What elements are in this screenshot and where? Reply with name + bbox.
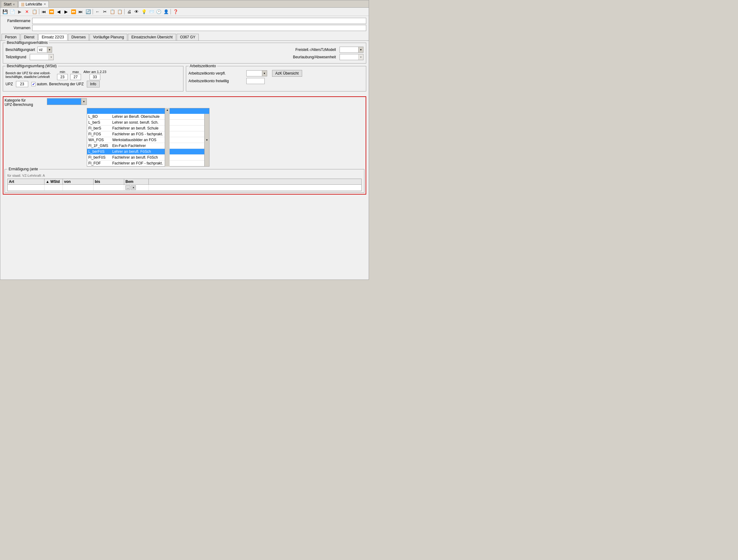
min-group: min 23 [57,70,68,80]
art-arrow[interactable]: ▼ [47,47,52,52]
azk-verpfl-row: Arbeitszeitkonto verpfl. ▼ AzK Übersicht [189,70,364,77]
tab-lehrkraefte[interactable]: ||| Lehrkräfte ✕ [18,1,48,7]
freistell-select[interactable]: ▼ [340,47,363,53]
btn-prev[interactable]: ◀ [55,8,62,15]
kategorie-label-row: Kategorie fürUPZ-Berechnung ▼ [5,98,364,107]
info-button[interactable]: Info [87,81,100,87]
nav-tab-o367[interactable]: O367 GY [177,34,199,40]
btn-next[interactable]: ▶ [63,8,69,15]
btn-last[interactable]: ⏭ [77,8,84,15]
art-col-header: Art [8,179,44,185]
btn-time[interactable]: 🕐 [155,8,162,15]
list-item-fl-fof[interactable]: Fl_FOF Fachlehrer an FOF - fachprakt. ▼ [87,161,209,166]
btn-mail[interactable]: 📨 [148,8,154,15]
btn-next-next[interactable]: ⏩ [70,8,77,15]
upz-value-box[interactable]: 23 [16,81,28,87]
nav-tabs: Person Dienst Einsatz 22/23 Diverses Vor… [0,34,369,41]
label-fl-berfoes: Fachlehrer an berufl. FöSch [112,155,158,160]
list-item-l-bo[interactable]: L_BO Lehrer an Berufl. Oberschule [87,114,209,120]
tab-lehrkraefte-close[interactable]: ✕ [44,2,46,6]
nav-tab-einsatzschulen[interactable]: Einsatzschulen Übersicht [128,34,176,40]
art-row: Beschäftigungsart vz ▼ Freistell.-/Alter… [6,47,363,53]
btn-refresh[interactable]: 🔄 [85,8,91,15]
btn-cut[interactable]: ✂ [101,8,108,15]
freistell-arrow[interactable]: ▼ [358,47,363,52]
list-item-l-berfoes[interactable]: L_berFöS Lehrer an berufl. FöSch [87,149,209,155]
label-wa-fos: Werkstattausbilder an FOS [112,138,156,142]
azk-title: Arbeitszeitkonto [189,64,217,68]
btn-help[interactable]: ❓ [172,8,179,15]
list-item-l-bers[interactable]: L_berS Lehrer an sonst. berufl. Sch. [87,120,209,125]
autom-checkbox-ctrl[interactable]: ✔ autom. Berechnung der UPZ [31,82,84,86]
btn-back[interactable]: ← [94,8,101,15]
btn-forward[interactable]: ▶ [16,8,23,15]
sep-1 [39,9,39,14]
tab-start-close[interactable]: ✕ [13,3,15,6]
btn-clipboard[interactable]: 📋 [31,8,38,15]
code-fl-fof: Fl_FOF [88,161,110,166]
code-l-bo: L_BO [88,114,110,119]
scroll-up-arrow[interactable]: ▲ [165,108,169,112]
list-item-fl-fos[interactable]: Fl_FOS Fachlehrer an FOS - fachprakt. [87,131,209,137]
azk-freiwillig-input[interactable] [246,78,265,84]
btn-new[interactable]: 📄 [9,8,16,15]
btn-preview[interactable]: 👁 [133,8,140,15]
teilzeit-row: Teilzeitgrund ▼ Beurlaubung/Abwesenheit … [6,54,363,60]
list-item-fl-berfoes[interactable]: Fl_berFöS Fachlehrer an berufl. FöSch [87,155,209,161]
azk-btn-label: AzK Übersicht [276,71,299,75]
btn-save[interactable]: 💾 [2,8,8,15]
art-label: Beschäftigungsart [6,48,35,52]
list-item-wa-fos[interactable]: WA_FOS Werkstattausbilder an FOS [87,137,209,143]
ermaessigung-section: Ermäßigung (ante für staatl. VZ-Lehrkraf… [5,169,364,193]
beurlaubung-select[interactable]: ▼ [340,54,363,60]
azk-freiwillig-row: Arbeitszeitkonto freiwillig [189,78,364,84]
nav-tab-diverses[interactable]: Diverses [68,34,89,40]
beurlaubung-label: Beurlaubung/Abwesenheit [293,55,336,59]
nav-tab-dienst[interactable]: Dienst [21,34,38,40]
code-l-bers: L_berS [88,120,110,124]
wstd-col-header: ▲ WStd [44,179,63,185]
teilzeitgrund-arrow[interactable]: ▼ [48,54,53,60]
btn-first[interactable]: ⏮ [40,8,47,15]
azk-btn[interactable]: AzK Übersicht [272,70,302,77]
scroll-down-area[interactable]: ▼ [204,114,209,166]
del-btn[interactable]: ✕ [131,185,136,190]
max-label: max [72,70,79,74]
scroll-down-arrow[interactable]: ▼ [206,139,208,142]
btn-copy[interactable]: 📋 [109,8,116,15]
nav-tab-person[interactable]: Person [2,34,20,40]
beurlaubung-arrow[interactable]: ▼ [358,54,363,60]
vornamen-input[interactable] [32,25,366,31]
bem-btn[interactable]: ... [125,185,130,190]
autom-checkbox[interactable]: ✔ [31,82,36,86]
btn-paste[interactable]: 📋 [116,8,123,15]
familienname-row: Familienname [3,18,366,24]
list-item-fl-bers[interactable]: Fl_berS Fachlehrer an berufl. Schule [87,125,209,131]
kategorie-arrow[interactable]: ▼ [81,98,86,105]
azk-verpfl-select[interactable]: ▼ [246,70,267,76]
list-item-fl-1f-gms[interactable]: Fl_1F_GMS Ein-Fach-Fachlehrer [87,143,209,149]
label-fl-1f-gms: Ein-Fach-Fachlehrer [112,144,146,148]
btn-hint[interactable]: 💡 [140,8,147,15]
nav-tab-einsatz[interactable]: Einsatz 22/23 [38,34,67,40]
btn-user[interactable]: 👤 [162,8,169,15]
azk-verpfl-arrow[interactable]: ▼ [262,70,267,76]
code-fl-1f-gms: Fl_1F_GMS [88,144,110,148]
label-l-berfoes: Lehrer an berufl. FöSch [112,150,151,154]
erm-title: Ermäßigung (ante [7,167,39,171]
art-select[interactable]: vz ▼ [37,47,52,53]
nav-tab-vorlaeufige[interactable]: Vorläufige Planung [89,34,127,40]
tab-start[interactable]: Start ✕ [1,1,18,7]
familienname-input[interactable] [32,18,366,24]
beschaeftigung-title: Beschäftigungsverhältnis [6,40,49,45]
upz-label: UPZ [6,82,13,86]
btn-print[interactable]: 🖨 [126,8,132,15]
label-fl-fos: Fachlehrer an FOS - fachprakt. [112,132,163,136]
teilzeitgrund-select[interactable]: ▼ [30,54,54,60]
kategorie-dropdown[interactable]: ▼ [47,98,87,105]
btn-delete[interactable]: ✕ [24,8,30,15]
autom-label: autom. Berechnung der UPZ [37,82,84,86]
kategorie-list-container: ▲ L_BO Lehrer an Berufl. Oberschule L_be… [47,108,169,167]
code-fl-fos: Fl_FOS [88,132,110,136]
btn-prev-prev[interactable]: ⏪ [48,8,55,15]
